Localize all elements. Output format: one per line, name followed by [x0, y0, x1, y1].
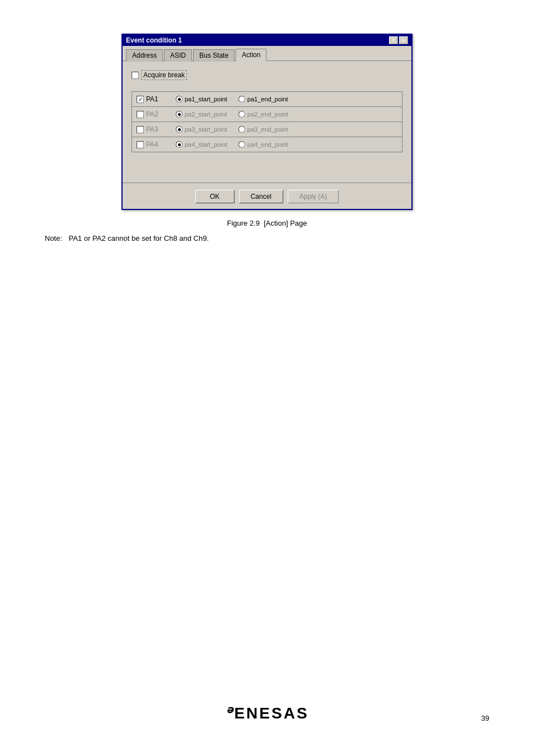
pa2-start-radio[interactable] [176, 111, 182, 118]
figure-label: [Action] Page [264, 219, 307, 227]
pa3-row: PA3 pa3_start_point pa3_end_point [132, 122, 402, 137]
pa1-start-label: pa1_start_point [185, 96, 227, 102]
pa3-checkbox[interactable] [137, 126, 144, 133]
acquire-break-checkbox[interactable] [132, 72, 139, 79]
pa1-start-option[interactable]: pa1_start_point [176, 96, 227, 102]
pa1-label: PA1 [146, 95, 158, 103]
event-condition-dialog: Event condition 1 ? × Address ASID Bus S… [121, 34, 413, 210]
pa4-end-option[interactable]: pa4_end_point [238, 141, 288, 148]
pa3-label: PA3 [146, 125, 158, 133]
dialog-content: Acquire break PA1 pa1_start_point [123, 61, 411, 176]
note-content: PA1 or PA2 cannot be set for Ch8 and Ch9… [69, 234, 209, 242]
pa2-start-option[interactable]: pa2_start_point [176, 111, 227, 118]
acquire-break-row: Acquire break [132, 68, 402, 82]
pa3-end-radio[interactable] [238, 126, 245, 133]
pa2-row: PA2 pa2_start_point pa2_end_point [132, 106, 402, 122]
pa4-end-label: pa4_end_point [247, 141, 288, 148]
pa2-end-label: pa2_end_point [247, 111, 288, 118]
dialog-title: Event condition 1 [126, 36, 182, 44]
pa2-end-radio[interactable] [238, 111, 245, 118]
pa4-label: PA4 [146, 141, 158, 148]
pa1-start-radio[interactable] [176, 96, 182, 102]
renesas-logo: ᵊENESAS [225, 703, 308, 722]
note-label: Note: [45, 234, 62, 242]
cancel-button[interactable]: Cancel [239, 190, 283, 203]
pa3-start-label: pa3_start_point [185, 126, 227, 133]
pa2-end-option[interactable]: pa2_end_point [238, 111, 288, 118]
pa4-checkbox[interactable] [137, 141, 144, 148]
pa4-start-radio[interactable] [176, 141, 182, 148]
figure-caption: Figure 2.9 [Action] Page [45, 219, 489, 227]
pa4-points: pa4_start_point pa4_end_point [176, 141, 397, 148]
dialog-titlebar: Event condition 1 ? × [123, 35, 411, 46]
pa4-start-label: pa4_start_point [185, 141, 227, 148]
acquire-break-label[interactable]: Acquire break [132, 70, 187, 80]
pa2-label-group: PA2 [137, 110, 176, 118]
dialog-buttons: OK Cancel Apply (A) [123, 183, 411, 209]
pa1-end-label: pa1_end_point [247, 96, 288, 102]
pa4-row: PA4 pa4_start_point pa4_end_point [132, 137, 402, 152]
pa-rows-container: PA1 pa1_start_point pa1_end_point [132, 91, 402, 152]
titlebar-buttons: ? × [389, 36, 408, 44]
tab-bar: Address ASID Bus State Action [123, 46, 411, 61]
pa3-end-option[interactable]: pa3_end_point [238, 126, 288, 133]
acquire-break-text: Acquire break [141, 70, 187, 80]
pa1-label-group: PA1 [137, 95, 176, 103]
bottom-area: ᵊENESAS [0, 703, 534, 722]
pa1-end-option[interactable]: pa1_end_point [238, 96, 288, 102]
tab-asid[interactable]: ASID [164, 49, 192, 62]
page-number: 39 [481, 714, 489, 722]
tab-action[interactable]: Action [236, 49, 266, 61]
pa1-row: PA1 pa1_start_point pa1_end_point [132, 91, 402, 106]
pa2-label: PA2 [146, 110, 158, 118]
pa1-points: pa1_start_point pa1_end_point [176, 96, 397, 102]
ok-button[interactable]: OK [195, 190, 235, 203]
pa2-points: pa2_start_point pa2_end_point [176, 111, 397, 118]
pa2-start-label: pa2_start_point [185, 111, 227, 118]
pa3-end-label: pa3_end_point [247, 126, 288, 133]
help-button[interactable]: ? [389, 36, 398, 44]
pa4-end-radio[interactable] [238, 141, 245, 148]
pa3-start-radio[interactable] [176, 126, 182, 133]
pa2-checkbox[interactable] [137, 111, 144, 118]
note-row: Note: PA1 or PA2 cannot be set for Ch8 a… [45, 234, 489, 242]
pa3-points: pa3_start_point pa3_end_point [176, 126, 397, 133]
figure-prefix: Figure 2.9 [227, 219, 260, 227]
pa1-end-radio[interactable] [238, 96, 245, 102]
apply-button[interactable]: Apply (A) [288, 190, 339, 203]
tab-address[interactable]: Address [126, 49, 163, 62]
pa3-start-option[interactable]: pa3_start_point [176, 126, 227, 133]
pa3-label-group: PA3 [137, 125, 176, 133]
tab-bus-state[interactable]: Bus State [193, 49, 235, 62]
pa1-checkbox[interactable] [137, 96, 144, 103]
pa4-label-group: PA4 [137, 141, 176, 148]
pa4-start-option[interactable]: pa4_start_point [176, 141, 227, 148]
close-button[interactable]: × [399, 36, 408, 44]
renesas-logo-text: ᵊENESAS [225, 704, 308, 722]
